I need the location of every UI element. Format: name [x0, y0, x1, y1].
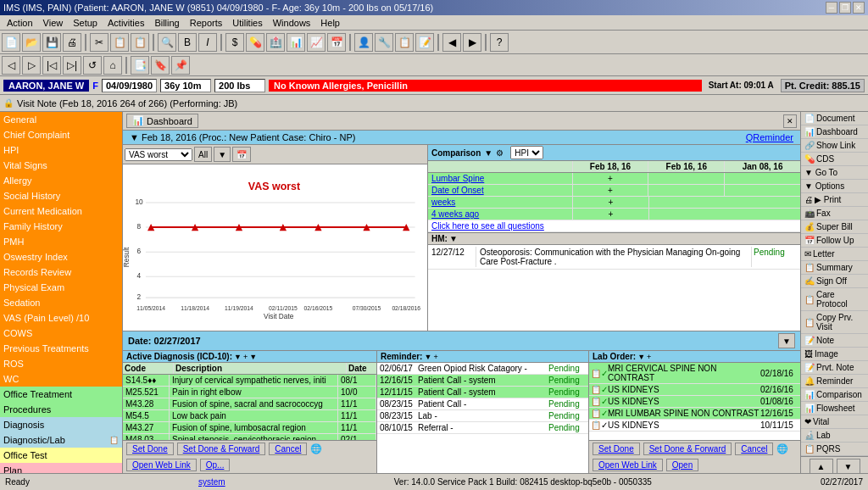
rs-dashboard[interactable]: 📊 Dashboard [801, 125, 868, 139]
sidebar-item-records-review[interactable]: Records Review [0, 264, 122, 280]
comp-row-4-label[interactable]: 4 weeks ago [428, 209, 573, 220]
t2-btn-1[interactable]: 📑 [131, 56, 149, 75]
hm-expand-icon[interactable]: ▼ [449, 234, 458, 243]
rs-flowsheet[interactable]: 📊 Flowsheet [801, 402, 868, 415]
rs-scroll-down[interactable]: ▼ [837, 459, 860, 473]
close-dashboard-btn[interactable]: ✕ [783, 114, 797, 128]
sidebar-item-office-treatment[interactable]: Office Treatment [0, 387, 122, 402]
tool-12[interactable]: 📅 [327, 33, 346, 52]
diag-sort-icon[interactable]: ▼ [234, 353, 242, 361]
home-btn[interactable]: ⌂ [103, 56, 122, 75]
t2-btn-2[interactable]: 🔖 [151, 56, 170, 75]
save-button[interactable]: 💾 [42, 33, 61, 52]
restore-button[interactable]: ❐ [839, 2, 851, 14]
reminder-row-2[interactable]: 12/16/15 Patient Call - system Pending [377, 375, 588, 387]
sidebar-item-procedures[interactable]: Procedures [0, 402, 122, 417]
menu-reports[interactable]: Reports [185, 17, 228, 29]
minimize-button[interactable]: ─ [826, 2, 837, 14]
tool-13[interactable]: 👤 [354, 33, 373, 52]
chart-all-btn[interactable]: All [194, 147, 212, 162]
qreminder-link[interactable]: QReminder [746, 132, 793, 142]
sidebar-item-sedation[interactable]: Sedation [0, 295, 122, 310]
sidebar-item-social-history[interactable]: Social History [0, 188, 122, 203]
reminder-row-5[interactable]: 08/23/15 Lab - Pending [377, 410, 588, 422]
sidebar-item-diagnostic-lab[interactable]: Diagnostic/Lab 📋 [0, 432, 122, 448]
comparison-settings-icon[interactable]: ⚙ [496, 148, 504, 158]
rs-cds[interactable]: 💊 CDS [801, 153, 868, 166]
sidebar-item-general[interactable]: General [0, 112, 122, 127]
reminder-row-6[interactable]: 08/10/15 Referral - Pending [377, 422, 588, 434]
tool-8[interactable]: 💊 [246, 33, 264, 52]
rs-fax[interactable]: 📠 Fax [801, 207, 868, 220]
comparison-filter-icon[interactable]: ▼ [484, 148, 492, 158]
bold-button[interactable]: B [178, 33, 197, 52]
menu-view[interactable]: View [38, 17, 69, 29]
rs-reminder[interactable]: 🔔 Reminder [801, 375, 868, 388]
rs-summary[interactable]: 📋 Summary [801, 261, 868, 275]
rs-sign-off[interactable]: ✍ Sign Off [801, 275, 868, 288]
menu-billing[interactable]: Billing [149, 17, 184, 29]
diag-cancel-btn[interactable]: Cancel [269, 443, 307, 455]
comp-row-2-label[interactable]: Date of Onset [428, 185, 573, 196]
rs-scroll-up[interactable]: ▲ [810, 459, 833, 473]
lab-row-5[interactable]: 📋 ✓ US KIDNEYS 10/11/15 [589, 420, 800, 432]
rs-image[interactable]: 🖼 Image [801, 348, 868, 361]
refresh-btn[interactable]: ↺ [83, 56, 102, 75]
tool-15[interactable]: 📋 [395, 33, 414, 52]
sidebar-item-ros[interactable]: ROS [0, 356, 122, 371]
menu-setup[interactable]: Setup [68, 17, 103, 29]
nav-first[interactable]: |◁ [42, 56, 61, 75]
lab-row-3[interactable]: 📋 ✓ US KIDNEYS 01/08/16 [589, 396, 800, 408]
dashboard-tab[interactable]: Dashboard [147, 116, 192, 126]
diag-set-done-btn[interactable]: Set Done [126, 443, 174, 455]
sidebar-item-family-history[interactable]: Family History [0, 219, 122, 234]
help-btn[interactable]: ? [490, 33, 509, 52]
new-button[interactable]: 📄 [2, 33, 20, 52]
open-button[interactable]: 📂 [22, 33, 41, 52]
tool-10[interactable]: 📊 [287, 33, 305, 52]
comp-row-1-label[interactable]: Lumbar Spine [428, 173, 573, 184]
tool-11[interactable]: 📈 [307, 33, 326, 52]
menu-help[interactable]: Help [315, 17, 345, 29]
sidebar-item-diagnosis[interactable]: Diagnosis [0, 417, 122, 432]
tool-7[interactable]: $ [225, 33, 244, 52]
diag-set-done-fwd-btn[interactable]: Set Done & Forward [177, 443, 266, 455]
menu-windows[interactable]: Windows [268, 17, 316, 29]
nav-back[interactable]: ◁ [2, 56, 20, 75]
diag-row-4[interactable]: M54.5 Low back pain 11/1 [123, 410, 376, 422]
sidebar-item-hpi[interactable]: HPI [0, 142, 122, 158]
lab-row-2[interactable]: 📋 ✓ US KIDNEYS 02/16/16 [589, 384, 800, 396]
lab-set-done-btn[interactable]: Set Done [593, 443, 640, 455]
rs-options[interactable]: ▼ Options [801, 180, 868, 193]
sidebar-item-vas[interactable]: VAS (Pain Level) /10 [0, 310, 122, 326]
t2-btn-3[interactable]: 📌 [171, 56, 190, 75]
sidebar-item-physical-exam[interactable]: Physical Exam [0, 280, 122, 295]
lab-open-web-btn[interactable]: Open Web Link [593, 459, 663, 471]
lab-sort-icon[interactable]: ▼ [637, 353, 645, 361]
reminder-row-4[interactable]: 08/23/15 Patient Call - Pending [377, 398, 588, 410]
reminder-add-icon[interactable]: + [433, 353, 437, 361]
comp-see-all-link[interactable]: Click here to see all questions [428, 220, 800, 231]
lab-cancel-btn[interactable]: Cancel [735, 443, 773, 455]
sidebar-item-office-test[interactable]: Office Test [0, 448, 122, 463]
rs-super-bill[interactable]: 💰 Super Bill [801, 220, 868, 234]
diag-add-icon[interactable]: + [243, 353, 248, 361]
sidebar-item-wc[interactable]: WC [0, 371, 122, 387]
rs-comparison[interactable]: 📊 Comparison [801, 388, 868, 402]
tool-14[interactable]: 🔧 [375, 33, 393, 52]
find-button[interactable]: 🔍 [158, 33, 176, 52]
reminder-sort-icon[interactable]: ▼ [424, 353, 431, 361]
rs-go-to[interactable]: ▼ Go To [801, 166, 868, 180]
rs-letter[interactable]: ✉ Letter [801, 248, 868, 261]
nav-last[interactable]: ▷| [63, 56, 81, 75]
lab-row-1[interactable]: 📋 ✓ MRI CERVICAL SPINE NON CONTRAST 02/1… [589, 363, 800, 384]
sidebar-item-chief-complaint[interactable]: Chief Complaint [0, 127, 122, 142]
reminder-row-1[interactable]: 02/06/17 Green Opiod Risk Catagory - Pen… [377, 363, 588, 375]
rs-show-link[interactable]: 🔗 Show Link [801, 139, 868, 153]
rs-vital[interactable]: ❤ Vital [801, 415, 868, 429]
lab-row-4[interactable]: 📋 ✓ MRI LUMBAR SPINE NON CONTRAST 12/16/… [589, 408, 800, 420]
sidebar-item-previous-treatments[interactable]: Previous Treatments [0, 341, 122, 356]
rs-copy-visit[interactable]: 📋 Copy Prv. Visit [801, 311, 868, 334]
sidebar-item-oswestry[interactable]: Oswestry Index [0, 249, 122, 264]
rs-note[interactable]: 📝 Note [801, 334, 868, 348]
